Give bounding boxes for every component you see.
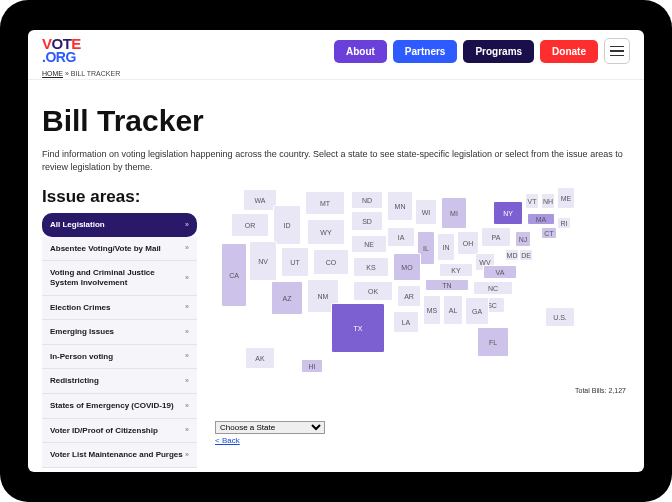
state-co[interactable]: CO [313, 249, 349, 275]
chevron-right-icon: » [185, 451, 189, 459]
sidebar-item-emerging[interactable]: Emerging Issues » [42, 320, 197, 345]
tablet-frame: VOTE .ORG About Partners Programs Donate… [0, 0, 672, 502]
sidebar-item-label: Voter ID/Proof of Citizenship [50, 426, 158, 436]
state-al[interactable]: AL [443, 295, 463, 325]
sidebar-item-voter-list[interactable]: Voter List Maintenance and Purges » [42, 443, 197, 468]
state-me[interactable]: ME [557, 187, 575, 209]
state-nd[interactable]: ND [351, 191, 383, 209]
state-ok[interactable]: OK [353, 281, 393, 301]
state-nh[interactable]: NH [541, 193, 555, 209]
breadcrumb: HOME » BILL TRACKER [28, 68, 644, 80]
state-ct[interactable]: CT [541, 227, 557, 239]
sidebar-item-label: Absentee Voting/Vote by Mail [50, 244, 161, 254]
state-mi[interactable]: MI [441, 197, 467, 229]
state-id[interactable]: ID [273, 205, 301, 245]
nav-programs-button[interactable]: Programs [463, 40, 534, 63]
state-az[interactable]: AZ [271, 281, 303, 315]
state-oh[interactable]: OH [457, 231, 479, 255]
map-controls: Choose a State < Back [215, 416, 630, 445]
breadcrumb-home[interactable]: HOME [42, 70, 63, 77]
nav-partners-button[interactable]: Partners [393, 40, 458, 63]
nav: About Partners Programs Donate [334, 38, 630, 64]
state-ak[interactable]: AK [245, 347, 275, 369]
back-link[interactable]: < Back [215, 436, 630, 445]
state-md[interactable]: MD [505, 249, 519, 261]
chevron-right-icon: » [185, 328, 189, 336]
hamburger-icon [610, 46, 624, 48]
state-ny[interactable]: NY [493, 201, 523, 225]
sidebar-item-label: States of Emergency (COVID-19) [50, 401, 174, 411]
sidebar-item-voter-id[interactable]: Voter ID/Proof of Citizenship » [42, 419, 197, 444]
sidebar-item-label: Election Crimes [50, 303, 110, 313]
state-tx[interactable]: TX [331, 303, 385, 353]
hamburger-menu-button[interactable] [604, 38, 630, 64]
chevron-right-icon: » [185, 303, 189, 311]
sidebar-item-absentee[interactable]: Absentee Voting/Vote by Mail » [42, 237, 197, 262]
state-pa[interactable]: PA [481, 227, 511, 247]
sidebar-item-covid[interactable]: States of Emergency (COVID-19) » [42, 394, 197, 419]
state-sd[interactable]: SD [351, 211, 383, 231]
content: Bill Tracker Find information on voting … [28, 80, 644, 472]
state-vt[interactable]: VT [525, 193, 539, 209]
state-wa[interactable]: WA [243, 189, 277, 211]
state-la[interactable]: LA [393, 311, 419, 333]
page-intro: Find information on voting legislation h… [42, 148, 630, 173]
state-wi[interactable]: WI [415, 199, 437, 225]
state-ut[interactable]: UT [281, 247, 309, 277]
state-ms[interactable]: MS [423, 295, 441, 325]
state-va[interactable]: VA [483, 265, 517, 279]
chevron-right-icon: » [185, 221, 189, 229]
sidebar-item-label: In-Person voting [50, 352, 113, 362]
state-ne[interactable]: NE [351, 235, 387, 253]
map-column: WA MT ND MN WI MI NY VT NH ME OR ID SD [215, 187, 630, 468]
state-tn[interactable]: TN [425, 279, 469, 291]
state-nj[interactable]: NJ [515, 231, 531, 247]
state-fl[interactable]: FL [477, 327, 509, 357]
chevron-right-icon: » [185, 244, 189, 252]
us-map[interactable]: WA MT ND MN WI MI NY VT NH ME OR ID SD [215, 187, 630, 412]
state-or[interactable]: OR [231, 213, 269, 237]
state-ar[interactable]: AR [397, 285, 421, 307]
state-ri[interactable]: RI [557, 217, 571, 229]
sidebar-item-label: Redistricting [50, 376, 99, 386]
state-in[interactable]: IN [437, 233, 455, 261]
sidebar-item-label: Voting and Criminal Justice System Invol… [50, 268, 185, 287]
sidebar-item-criminal-justice[interactable]: Voting and Criminal Justice System Invol… [42, 261, 197, 295]
chevron-right-icon: » [185, 377, 189, 385]
sidebar-item-in-person[interactable]: In-Person voting » [42, 345, 197, 370]
sidebar-item-election-crimes[interactable]: Election Crimes » [42, 296, 197, 321]
state-mt[interactable]: MT [305, 191, 345, 215]
sidebar-item-label: All Legislation [50, 220, 105, 230]
total-bills-label: Total Bills: 2,127 [575, 387, 626, 394]
nav-about-button[interactable]: About [334, 40, 387, 63]
chevron-right-icon: » [185, 426, 189, 434]
main-row: Issue areas: All Legislation » Absentee … [42, 187, 630, 468]
sidebar-item-redistricting[interactable]: Redistricting » [42, 369, 197, 394]
state-ca[interactable]: CA [221, 243, 247, 307]
state-wy[interactable]: WY [307, 219, 345, 245]
logo-part-org: .ORG [42, 49, 76, 65]
state-us[interactable]: U.S. [545, 307, 575, 327]
state-ia[interactable]: IA [387, 227, 415, 247]
state-ks[interactable]: KS [353, 257, 389, 277]
state-select[interactable]: Choose a State [215, 421, 325, 434]
sidebar-item-all-legislation[interactable]: All Legislation » [42, 213, 197, 237]
sidebar-item-label: Voter List Maintenance and Purges [50, 450, 183, 460]
chevron-right-icon: » [185, 402, 189, 410]
state-mo[interactable]: MO [393, 253, 421, 281]
nav-donate-button[interactable]: Donate [540, 40, 598, 63]
state-hi[interactable]: HI [301, 359, 323, 373]
state-mn[interactable]: MN [387, 191, 413, 221]
logo[interactable]: VOTE .ORG [42, 38, 81, 64]
state-nv[interactable]: NV [249, 241, 277, 281]
chevron-right-icon: » [185, 352, 189, 360]
header: VOTE .ORG About Partners Programs Donate [28, 30, 644, 68]
sidebar-heading: Issue areas: [42, 187, 197, 207]
sidebar-item-label: Emerging Issues [50, 327, 114, 337]
state-nc[interactable]: NC [473, 281, 513, 295]
screen: VOTE .ORG About Partners Programs Donate… [28, 30, 644, 472]
state-de[interactable]: DE [519, 249, 533, 261]
state-ga[interactable]: GA [465, 297, 489, 325]
state-ky[interactable]: KY [439, 263, 473, 277]
state-ma[interactable]: MA [527, 213, 555, 225]
